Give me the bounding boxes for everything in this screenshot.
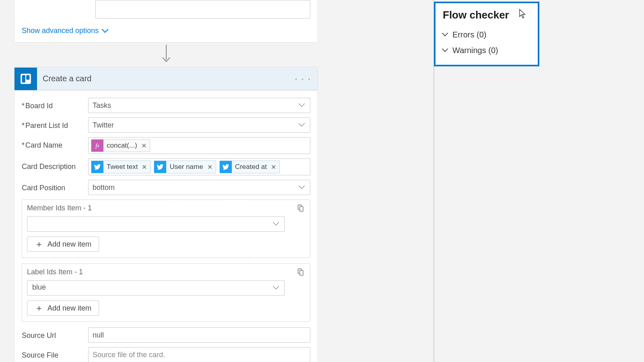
token-text: User name: [169, 163, 203, 171]
parent-list-id-value: Twitter: [93, 121, 114, 130]
add-button-label: Add new item: [47, 240, 91, 249]
svg-rect-7: [300, 271, 303, 276]
previous-action-card: Show advanced options: [14, 0, 318, 43]
chevron-down-icon: [299, 103, 305, 108]
flow-connector-arrow: [14, 43, 318, 67]
action-menu-button[interactable]: · · ·: [295, 74, 311, 84]
dynamic-token-user-name[interactable]: User name ✕: [154, 160, 216, 173]
flow-canvas: Show advanced options Create a card · · …: [14, 0, 318, 362]
switch-array-mode-button[interactable]: [296, 267, 306, 277]
fx-icon: fx: [91, 140, 103, 152]
switch-array-mode-button[interactable]: [296, 203, 306, 213]
add-member-id-button[interactable]: ＋ Add new item: [27, 237, 99, 252]
card-position-select[interactable]: bottom: [88, 180, 310, 195]
create-card-action: Create a card · · · *Board Id Tasks *Par…: [14, 67, 318, 362]
card-name-label: *Card Name: [22, 137, 88, 150]
plus-icon: ＋: [35, 304, 43, 313]
card-position-value: bottom: [93, 183, 115, 192]
card-description-field[interactable]: Tweet text ✕ User name ✕ C: [88, 158, 310, 175]
dynamic-token-created-at[interactable]: Created at ✕: [219, 160, 280, 173]
chevron-down-icon: [103, 28, 108, 34]
token-remove-icon[interactable]: ✕: [142, 163, 147, 171]
label-ids-value: blue: [32, 283, 46, 291]
twitter-icon: [91, 161, 103, 173]
flow-checker-errors-row[interactable]: Errors (0): [443, 27, 530, 43]
token-text: concat(...): [107, 142, 137, 150]
chevron-down-icon: [299, 122, 305, 128]
parent-list-id-label: *Parent List Id: [22, 117, 88, 130]
source-file-placeholder: Source file of the card.: [93, 351, 165, 359]
label-ids-group: Label Ids Item - 1 blue ＋ Add new item: [22, 263, 310, 322]
warnings-label: Warnings (0): [452, 46, 498, 55]
board-id-label: *Board Id: [22, 98, 88, 110]
chevron-down-icon: [274, 285, 279, 291]
trello-icon: [14, 68, 37, 90]
svg-rect-3: [26, 75, 29, 80]
source-url-input[interactable]: null: [88, 327, 310, 343]
source-url-value: null: [93, 331, 104, 339]
expression-token[interactable]: fx concat(...) ✕: [91, 139, 150, 152]
source-file-label: Source File: [22, 347, 88, 360]
action-header[interactable]: Create a card · · ·: [14, 67, 318, 90]
action-title: Create a card: [43, 74, 289, 83]
chevron-down-icon: [299, 185, 305, 190]
show-advanced-options-toggle[interactable]: Show advanced options: [22, 27, 108, 35]
source-file-input[interactable]: Source file of the card.: [88, 347, 310, 362]
svg-rect-5: [300, 207, 303, 212]
board-id-select[interactable]: Tasks: [88, 98, 310, 113]
label-ids-item-select[interactable]: blue: [27, 280, 285, 296]
flow-checker-warnings-row[interactable]: Warnings (0): [443, 43, 530, 58]
flow-checker-panel: Flow checker Errors (0) Warnings (0): [434, 2, 539, 66]
previous-action-field[interactable]: [95, 0, 310, 19]
token-text: Tweet text: [107, 163, 138, 171]
member-ids-group-label: Member Ids Item - 1: [27, 204, 305, 212]
token-remove-icon[interactable]: ✕: [207, 163, 213, 171]
member-ids-item-select[interactable]: [27, 216, 285, 232]
chevron-down-icon: [443, 32, 448, 38]
parent-list-id-select[interactable]: Twitter: [88, 117, 310, 133]
add-label-id-button[interactable]: ＋ Add new item: [27, 300, 99, 316]
token-remove-icon[interactable]: ✕: [141, 142, 147, 150]
token-text: Created at: [235, 163, 267, 171]
chevron-down-icon: [443, 48, 448, 53]
card-name-field[interactable]: fx concat(...) ✕: [88, 137, 310, 154]
twitter-icon: [220, 161, 232, 173]
dynamic-token-tweet-text[interactable]: Tweet text ✕: [91, 160, 151, 173]
board-id-value: Tasks: [93, 101, 111, 110]
show-advanced-options-label: Show advanced options: [22, 27, 99, 35]
add-button-label: Add new item: [47, 304, 91, 313]
source-url-label: Source Url: [22, 327, 88, 340]
svg-rect-2: [22, 75, 25, 82]
card-description-label: Card Description: [22, 158, 88, 171]
member-ids-group: Member Ids Item - 1 ＋ Add new item: [22, 200, 310, 258]
card-position-label: Card Position: [22, 180, 88, 192]
chevron-down-icon: [274, 221, 279, 227]
flow-checker-title: Flow checker: [443, 9, 530, 21]
token-remove-icon[interactable]: ✕: [271, 163, 276, 171]
action-body: *Board Id Tasks *Parent List Id Twitter …: [14, 90, 318, 362]
plus-icon: ＋: [35, 240, 43, 249]
errors-label: Errors (0): [452, 30, 486, 39]
label-ids-group-label: Label Ids Item - 1: [27, 268, 305, 276]
twitter-icon: [154, 161, 166, 173]
